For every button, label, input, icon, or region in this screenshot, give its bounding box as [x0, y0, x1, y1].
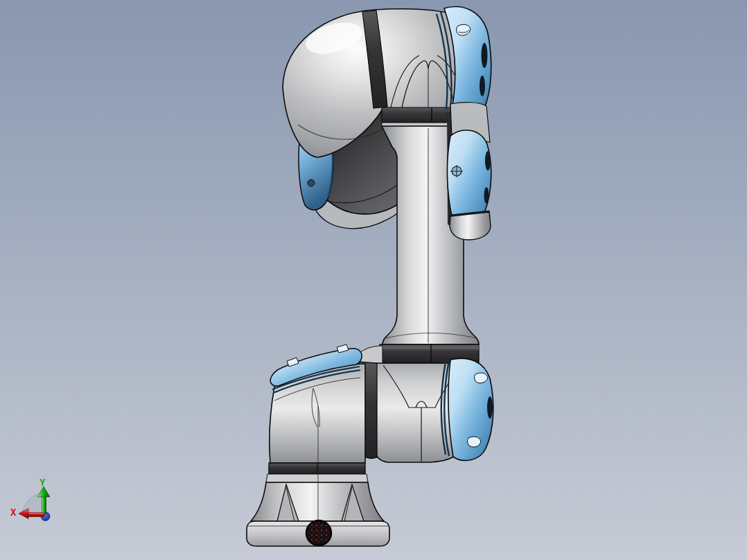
- axis-y-label: Y: [39, 477, 46, 488]
- tube-bottom-band-top: [380, 345, 479, 349]
- axis-x-label: X: [10, 507, 17, 518]
- cap-tr-slot-1: [482, 43, 488, 68]
- wrist-right-slot-2: [484, 187, 489, 204]
- wrist-right-slot-1: [485, 151, 491, 170]
- shoulder-cap-right-clip-2: [468, 437, 481, 447]
- tool-flange: [450, 212, 491, 240]
- base-pedestal-body: [251, 482, 384, 521]
- base-trim: [266, 474, 368, 482]
- shoulder-cap-right-slot: [487, 396, 493, 419]
- base-connector[interactable]: [306, 520, 331, 545]
- robot-arm-model: X Y: [0, 0, 747, 560]
- wrist-joint-assembly-right[interactable]: [447, 103, 491, 240]
- wrist-left-screw: [308, 180, 315, 186]
- cap-tr-slot-2: [480, 76, 485, 96]
- wrist-right-blue-cap: [447, 130, 491, 225]
- orientation-triad: X Y: [10, 477, 50, 521]
- shoulder-joint-assembly[interactable]: [270, 344, 493, 463]
- cad-viewport[interactable]: X Y: [0, 0, 747, 560]
